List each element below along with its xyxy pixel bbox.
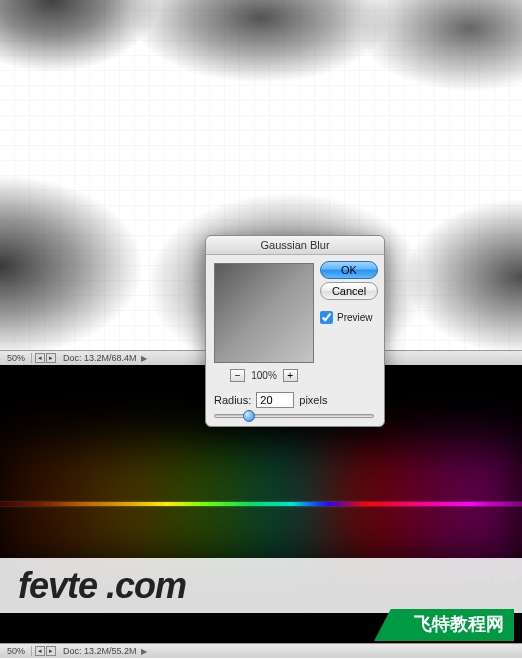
watermark-band: fevte .com [0,558,522,613]
dialog-title: Gaussian Blur [206,236,384,255]
nav-right-icon[interactable]: ▸ [46,353,56,363]
nav-right-icon[interactable]: ▸ [46,646,56,656]
bottom-status-bar: 50% ◂ ▸ Doc: 13.2M/55.2M ▶ [0,643,522,658]
doc-info: Doc: 13.2M/55.2M [63,646,137,656]
watermark-sub: 飞特教程网 [374,609,514,641]
nav-left-icon[interactable]: ◂ [35,646,45,656]
rainbow-line [0,502,522,506]
zoom-level[interactable]: 50% [4,353,32,363]
zoom-in-button[interactable]: + [283,369,298,382]
doc-info-arrow-icon[interactable]: ▶ [141,354,147,363]
preview-label: Preview [337,312,373,323]
zoom-level[interactable]: 50% [4,646,32,656]
zoom-out-button[interactable]: − [230,369,245,382]
radius-label: Radius: [214,394,251,406]
nav-arrows: ◂ ▸ [35,646,57,656]
doc-info-arrow-icon[interactable]: ▶ [141,647,147,656]
gaussian-blur-dialog: Gaussian Blur OK Cancel Preview − 100% +… [205,235,385,427]
radius-unit: pixels [299,394,327,406]
doc-info: Doc: 13.2M/68.4M [63,353,137,363]
preview-zoom-value: 100% [251,370,277,381]
preview-checkbox-row[interactable]: Preview [320,311,378,324]
preview-checkbox[interactable] [320,311,333,324]
ok-button[interactable]: OK [320,261,378,279]
watermark-main: fevte .com [18,565,186,607]
filter-preview[interactable] [214,263,314,363]
cancel-button[interactable]: Cancel [320,282,378,300]
radius-slider[interactable] [214,414,374,418]
radius-slider-thumb[interactable] [243,410,255,422]
nav-arrows: ◂ ▸ [35,353,57,363]
radius-input[interactable] [256,392,294,408]
nav-left-icon[interactable]: ◂ [35,353,45,363]
